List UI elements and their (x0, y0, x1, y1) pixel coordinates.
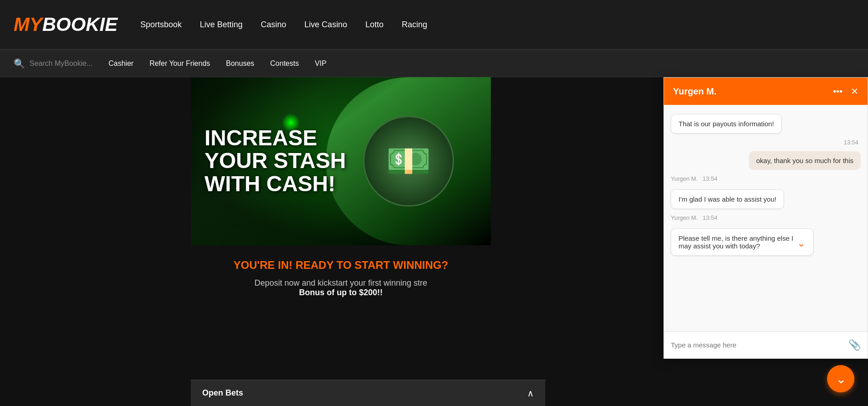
top-nav-links: Sportsbook Live Betting Casino Live Casi… (140, 20, 427, 30)
open-bets-bar[interactable]: Open Bets ∧ (191, 380, 545, 406)
winning-title: YOU'RE IN! READY TO START WINNING? (200, 259, 482, 272)
chat-meta-1: Yurgen M. 13:54 (671, 175, 861, 182)
chat-timestamp-1: 13:54 (843, 139, 858, 146)
chat-meta-time-1: 13:54 (703, 175, 718, 182)
chat-message-3: Please tell me, is there anything else I… (671, 228, 813, 256)
chat-message-2: I'm glad I was able to assist you! (671, 189, 784, 209)
chat-scroll-down-button[interactable]: ⌄ (794, 236, 808, 251)
nav-lotto[interactable]: Lotto (365, 20, 384, 30)
secondary-navigation: 🔍 Search MyBookie... Cashier Refer Your … (0, 50, 868, 77)
chat-message-1: That is our payouts information! (671, 114, 782, 134)
hero-line3: WITH CASH! (205, 172, 335, 196)
hero-line1: INCREASE (205, 126, 317, 150)
scroll-down-chevron-icon: ⌄ (797, 238, 805, 249)
chat-meta-2: Yurgen M. 13:54 (671, 214, 861, 221)
nav-cashier[interactable]: Cashier (109, 59, 134, 68)
chat-input-field[interactable] (671, 341, 848, 349)
floating-chevron-button[interactable]: ⌄ (827, 365, 854, 392)
chat-input-area: 📎 (664, 331, 868, 358)
logo-my: MY (14, 14, 42, 35)
chat-meta-sender-2: Yurgen M. (671, 214, 698, 221)
nav-bonuses[interactable]: Bonuses (226, 59, 254, 68)
nav-live-casino[interactable]: Live Casino (304, 20, 347, 30)
chat-messages: That is our payouts information! 13:54 o… (664, 105, 868, 331)
attachment-icon[interactable]: 📎 (848, 339, 861, 351)
nav-vip[interactable]: VIP (315, 59, 327, 68)
floating-chevron-icon: ⌄ (836, 371, 846, 386)
nav-racing[interactable]: Racing (402, 20, 427, 30)
logo-bookie: BOOKIE (42, 14, 118, 35)
chat-menu-icon[interactable]: ••• (833, 86, 843, 97)
bonus-text: Bonus of up to $200!! (299, 288, 383, 297)
chat-message-user-1: okay, thank you so much for this (749, 151, 861, 170)
top-navigation: MY BOOKIE Sportsbook Live Betting Casino… (0, 0, 868, 50)
hero-line2: YOUR STASH (205, 149, 346, 173)
deposit-text: Deposit now and kickstart your first win… (200, 278, 482, 297)
chat-header: Yurgen M. ••• ✕ (664, 78, 868, 105)
chat-header-actions: ••• ✕ (833, 86, 858, 97)
nav-sportsbook[interactable]: Sportsbook (140, 20, 182, 30)
nav-live-betting[interactable]: Live Betting (200, 20, 243, 30)
main-content: INCREASE YOUR STASH WITH CASH! 💵 YOU'RE … (0, 77, 868, 406)
chat-widget: Yurgen M. ••• ✕ That is our payouts info… (663, 77, 868, 359)
promo-section: YOU'RE IN! READY TO START WINNING? Depos… (191, 245, 491, 307)
chat-agent-name: Yurgen M. (673, 86, 717, 97)
open-bets-chevron-icon: ∧ (527, 388, 534, 399)
nav-contests[interactable]: Contests (270, 59, 299, 68)
chat-meta-sender-1: Yurgen M. (671, 175, 698, 182)
logo[interactable]: MY BOOKIE (14, 14, 118, 35)
search-placeholder-text: Search MyBookie... (30, 59, 93, 68)
left-sidebar-area (0, 77, 191, 406)
search-container[interactable]: 🔍 Search MyBookie... (14, 58, 93, 69)
nav-casino[interactable]: Casino (261, 20, 286, 30)
chat-close-icon[interactable]: ✕ (851, 86, 858, 97)
hero-banner: INCREASE YOUR STASH WITH CASH! 💵 (191, 77, 491, 245)
nav-refer[interactable]: Refer Your Friends (150, 59, 210, 68)
money-visual: 💵 (326, 77, 491, 245)
franklin-icon: 💵 (363, 116, 454, 207)
hero-text: INCREASE YOUR STASH WITH CASH! (205, 127, 346, 195)
chat-meta-time-2: 13:54 (703, 214, 718, 221)
search-icon: 🔍 (14, 58, 25, 69)
open-bets-label: Open Bets (202, 388, 243, 398)
deposit-body: Deposit now and kickstart your first win… (254, 278, 427, 287)
